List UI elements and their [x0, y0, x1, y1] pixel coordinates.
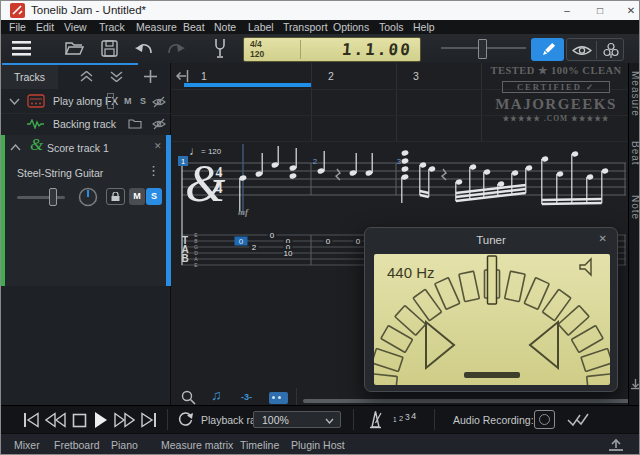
- bottom-tab-fretboard[interactable]: Fretboard: [54, 439, 100, 451]
- menu-measure[interactable]: Measure: [136, 20, 177, 34]
- zoom-icon[interactable]: [181, 390, 196, 405]
- bottom-tab-mixer[interactable]: Mixer: [14, 439, 40, 451]
- mute-button[interactable]: M: [129, 188, 145, 205]
- open-file-icon[interactable]: [64, 40, 84, 57]
- volume-slider-handle[interactable]: [49, 188, 57, 206]
- expand-panel-icon[interactable]: [607, 438, 625, 452]
- pan-knob[interactable]: [78, 187, 98, 207]
- menu-edit[interactable]: Edit: [36, 20, 54, 34]
- close-track-icon[interactable]: ✕: [154, 141, 162, 151]
- chevron-up-icon[interactable]: [10, 144, 21, 151]
- measure-header-3[interactable]: 3: [413, 70, 419, 82]
- time-display[interactable]: 4/4 120 1.1.00: [243, 37, 421, 62]
- lock-button[interactable]: [106, 188, 125, 205]
- tuner-dialog[interactable]: Tuner ✕ 440 Hz: [364, 227, 618, 392]
- horizontal-scrollbar[interactable]: [303, 399, 640, 403]
- bottom-tab-piano[interactable]: Piano: [111, 439, 138, 451]
- tuner-frequency[interactable]: 440 Hz: [387, 264, 435, 281]
- collapse-panel-icon[interactable]: [176, 69, 190, 83]
- tempo-value: 120: [250, 49, 264, 59]
- hamburger-menu-icon[interactable]: [12, 41, 32, 56]
- tab-tracks[interactable]: Tracks: [1, 65, 58, 89]
- minimize-button[interactable]: –: [553, 1, 581, 20]
- loop-button[interactable]: [177, 412, 194, 428]
- time-signature: 4/4: [250, 39, 262, 49]
- tuner-display: 440 Hz: [374, 254, 610, 385]
- note-duration-icon[interactable]: ♫: [211, 387, 222, 403]
- redo-icon[interactable]: [166, 42, 186, 56]
- svg-text:♩: ♩: [189, 144, 201, 158]
- menu-note[interactable]: Note: [214, 20, 236, 34]
- menu-bar: FileEditViewTrackMeasureBeatNoteLabelTra…: [1, 20, 640, 34]
- visibility-off-icon[interactable]: [152, 118, 166, 130]
- bottom-tab-plugin-host[interactable]: Plugin Host: [291, 439, 345, 451]
- watermark-com: ★★★★★ .COM ★★★★★: [484, 114, 628, 123]
- eye-icon[interactable]: [572, 44, 592, 57]
- bottom-tab-measure-matrix[interactable]: Measure matrix: [161, 439, 233, 451]
- side-tab-measure[interactable]: Measure: [629, 71, 640, 117]
- svg-text:0: 0: [356, 237, 361, 246]
- add-track-icon[interactable]: [144, 70, 157, 83]
- solo-button[interactable]: S: [140, 96, 146, 106]
- menu-beat[interactable]: Beat: [183, 20, 205, 34]
- track-row-play-along-fx[interactable]: Play along FX M S: [1, 89, 171, 114]
- menu-view[interactable]: View: [64, 20, 87, 34]
- bottom-tab-timeline[interactable]: Timeline: [240, 439, 279, 451]
- move-track-up-icon[interactable]: [80, 71, 93, 82]
- svg-text:2: 2: [313, 157, 318, 166]
- playback-rate-dropdown[interactable]: 100%: [253, 411, 341, 428]
- maximize-button[interactable]: □: [586, 1, 614, 20]
- count-in-button[interactable]: 1234: [393, 412, 421, 428]
- solo-button[interactable]: S: [146, 188, 162, 205]
- record-confirm-icon[interactable]: [566, 411, 590, 428]
- mixer-clover-icon[interactable]: [602, 42, 620, 59]
- skip-to-start-button[interactable]: [23, 412, 40, 428]
- track-row-backing-track[interactable]: Backing track: [1, 113, 171, 136]
- instrument-name: Steel-String Guitar: [17, 167, 103, 179]
- side-tab-strip: MeasureBeatNote: [628, 63, 640, 405]
- skip-to-end-button[interactable]: [140, 412, 157, 428]
- waveform-icon: [27, 119, 45, 129]
- zoom-slider-handle[interactable]: [478, 39, 487, 59]
- kebab-menu-icon[interactable]: ⋮: [147, 163, 160, 178]
- side-tab-beat[interactable]: Beat: [629, 141, 640, 166]
- visibility-off-icon[interactable]: [152, 96, 166, 108]
- save-icon[interactable]: [101, 40, 119, 57]
- menu-help[interactable]: Help: [413, 20, 435, 34]
- tuner-close-icon[interactable]: ✕: [599, 233, 607, 244]
- menu-file[interactable]: File: [9, 20, 26, 34]
- measure-header-1[interactable]: 1: [201, 70, 207, 82]
- menu-track[interactable]: Track: [99, 20, 125, 34]
- close-button[interactable]: ✕: [617, 1, 640, 20]
- tuning-fork-icon[interactable]: [213, 38, 227, 59]
- folder-icon[interactable]: [128, 118, 142, 129]
- metronome-button[interactable]: [367, 410, 386, 429]
- menu-tools[interactable]: Tools: [379, 20, 404, 34]
- score-track-section[interactable]: & Score track 1 ✕ Steel-String Guitar ⋮ …: [1, 135, 171, 286]
- move-track-down-icon[interactable]: [110, 71, 123, 82]
- svg-text:0: 0: [326, 237, 331, 246]
- bottom-panel-bar: MixerFretboardPianoMeasure matrixTimelin…: [1, 433, 640, 455]
- menu-options[interactable]: Options: [333, 20, 369, 34]
- triplet-icon[interactable]: -3-: [241, 392, 252, 402]
- record-button[interactable]: [534, 410, 555, 429]
- chevron-down-icon[interactable]: [9, 98, 20, 105]
- fx-pedal-icon: [27, 94, 45, 108]
- collapse-strip-icon[interactable]: [630, 378, 640, 390]
- volume-slider-track[interactable]: [17, 196, 65, 199]
- menu-label[interactable]: Label: [248, 20, 274, 34]
- speaker-icon[interactable]: [580, 259, 591, 275]
- mute-button[interactable]: M: [124, 96, 132, 106]
- tab-view-icon[interactable]: [269, 392, 288, 404]
- stop-button[interactable]: [72, 413, 87, 428]
- rewind-button[interactable]: [45, 412, 67, 428]
- undo-icon[interactable]: [134, 42, 154, 56]
- menu-transport[interactable]: Transport: [283, 20, 328, 34]
- fast-forward-button[interactable]: [113, 412, 135, 428]
- score-track-title: Score track 1: [47, 142, 109, 154]
- edit-mode-button[interactable]: [531, 38, 564, 61]
- measure-header-2[interactable]: 2: [328, 70, 334, 82]
- side-tab-note[interactable]: Note: [629, 195, 640, 220]
- play-button[interactable]: [93, 411, 108, 429]
- mini-fader[interactable]: [107, 93, 114, 109]
